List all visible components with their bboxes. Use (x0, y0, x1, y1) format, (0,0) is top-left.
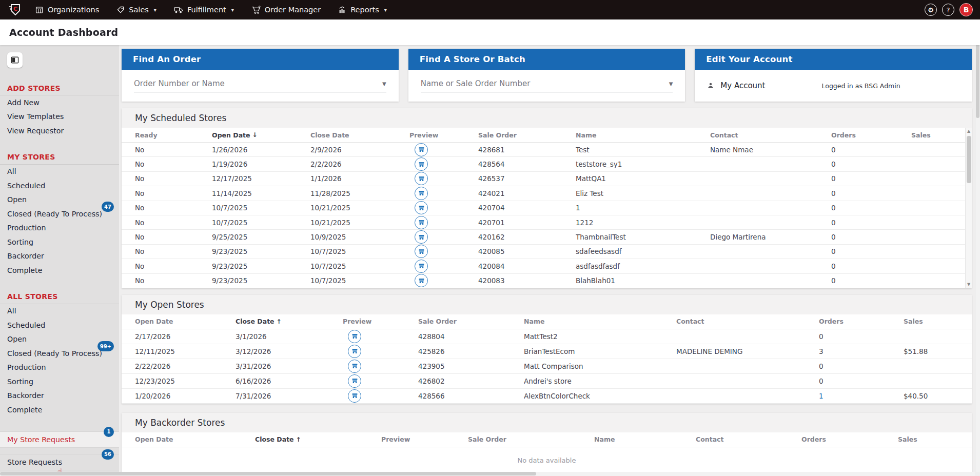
table-row[interactable]: No 9/23/2025 10/7/2025 420083 BlahBlah01… (122, 274, 972, 288)
column-header[interactable]: Name (576, 131, 710, 139)
table-row[interactable]: No 12/17/2025 1/1/2026 426537 MattQA1 0 (122, 172, 972, 186)
sidebar-item[interactable]: Backorder (0, 389, 119, 403)
cell-orders: 0 (831, 204, 911, 212)
column-header-label: Orders (801, 435, 826, 443)
column-header[interactable]: Name (594, 435, 696, 443)
table-row[interactable]: 12/11/2025 3/12/2026 425826 BrianTestEco… (122, 344, 972, 359)
store-preview-icon[interactable] (415, 274, 428, 287)
store-preview-icon[interactable] (415, 245, 428, 258)
cell-open-date: 2/17/2026 (135, 332, 236, 341)
column-header[interactable]: Ready (135, 131, 212, 139)
store-preview-icon[interactable] (415, 216, 428, 229)
sidebar-item[interactable]: Scheduled (0, 318, 119, 332)
column-header[interactable]: Open Date ↓ (212, 131, 310, 139)
column-header[interactable]: Sales (904, 318, 972, 325)
sidebar-item[interactable]: View Templates (0, 110, 119, 124)
sidebar-item[interactable]: My Store Requests 1 (0, 431, 119, 448)
vertical-scrollbar[interactable]: ▲ ▼ (965, 128, 972, 288)
column-header[interactable]: Orders (831, 131, 911, 139)
column-header[interactable]: Preview (343, 318, 418, 325)
sidebar-item[interactable]: Open (0, 193, 119, 207)
nav-reports[interactable]: Reports ▾ (338, 6, 387, 14)
column-header[interactable]: Close Date (310, 131, 409, 139)
sidebar-collapse-button[interactable] (7, 52, 23, 68)
app-logo-shield-icon[interactable]: C (7, 2, 23, 17)
table-row[interactable]: No 9/23/2025 10/7/2025 420084 asdfasdfas… (122, 259, 972, 273)
sidebar-item[interactable]: Scheduled (0, 179, 119, 193)
store-preview-icon[interactable] (348, 330, 361, 343)
column-header[interactable]: Name (524, 318, 676, 325)
sidebar-item[interactable]: Production (0, 361, 119, 375)
table-row[interactable]: 12/23/2025 6/16/2026 426802 Andrei's sto… (122, 374, 972, 389)
table-row[interactable]: No 1/19/2026 2/2/2026 428564 teststore_s… (122, 157, 972, 171)
sidebar-item[interactable]: Complete (0, 263, 119, 277)
sidebar-item[interactable]: Sorting (0, 374, 119, 389)
column-header[interactable]: Open Date (135, 435, 255, 443)
column-header[interactable]: Sale Order (418, 318, 524, 325)
store-preview-icon[interactable] (415, 143, 428, 156)
column-header[interactable]: Orders (801, 435, 898, 443)
column-header[interactable]: Sale Order (468, 435, 594, 443)
store-preview-icon[interactable] (415, 172, 428, 185)
settings-button[interactable]: ⚙ (925, 4, 937, 16)
scroll-down-arrow-icon[interactable]: ▼ (967, 281, 970, 288)
store-preview-icon[interactable] (415, 157, 428, 171)
table-row[interactable]: 2/22/2026 3/31/2026 423905 Matt Comparis… (122, 359, 972, 374)
table-row[interactable]: 2/17/2026 3/1/2026 428804 MattTest2 0 (122, 329, 972, 344)
column-header[interactable]: Close Date ↑ (255, 435, 381, 443)
scrollbar-thumb[interactable] (967, 136, 971, 183)
scrollbar-thumb[interactable] (0, 472, 536, 475)
nav-organizations[interactable]: Organizations (35, 6, 99, 14)
sidebar-item[interactable]: Backorder (0, 249, 119, 264)
store-preview-icon[interactable] (415, 201, 428, 214)
sidebar-item[interactable]: Complete (0, 403, 119, 417)
page-vertical-scrollbar[interactable] (975, 19, 980, 472)
table-row[interactable]: No 1/26/2026 2/9/2026 428681 Test Name N… (122, 143, 972, 157)
sidebar-item[interactable]: Sorting (0, 235, 119, 249)
store-preview-icon[interactable] (348, 374, 361, 388)
my-account-link[interactable]: My Account (707, 81, 765, 90)
sidebar-item[interactable]: All (0, 165, 119, 179)
column-header[interactable]: Orders (819, 318, 904, 325)
store-preview-icon[interactable] (415, 187, 428, 200)
column-header-label: Sale Order (418, 318, 457, 325)
sidebar-item[interactable]: Production (0, 221, 119, 235)
table-row[interactable]: No 9/23/2025 10/7/2025 420085 sdafeedsas… (122, 245, 972, 259)
sidebar-item[interactable]: Store Requests 56 (0, 454, 119, 470)
column-header[interactable]: Preview (381, 435, 468, 443)
store-preview-icon[interactable] (415, 230, 428, 244)
table-row[interactable]: No 9/25/2025 10/9/2025 420162 ThambnailT… (122, 230, 972, 244)
sidebar-item[interactable]: Add New (0, 95, 119, 110)
column-header[interactable]: Preview (409, 131, 478, 139)
nav-fulfillment[interactable]: Fulfillment ▾ (174, 6, 234, 14)
sidebar-item[interactable]: View Requestor (0, 124, 119, 138)
help-button[interactable]: ? (942, 4, 954, 16)
column-header[interactable]: Sales (911, 131, 972, 139)
store-preview-icon[interactable] (348, 345, 361, 358)
cell-contact: Name Nmae (710, 146, 831, 154)
store-search-select[interactable]: Name or Sale Order Number ▼ (421, 79, 673, 92)
column-header[interactable]: Contact (676, 318, 819, 325)
table-row[interactable]: No 10/7/2025 10/21/2025 420701 1212 0 (122, 215, 972, 230)
order-search-select[interactable]: Order Number or Name ▼ (134, 79, 386, 92)
store-preview-icon[interactable] (348, 389, 361, 403)
store-preview-icon[interactable] (348, 360, 361, 373)
store-preview-icon[interactable] (415, 260, 428, 273)
nav-order-manager[interactable]: Order Manager (251, 6, 321, 14)
page-horizontal-scrollbar[interactable] (0, 472, 975, 476)
sidebar-item[interactable]: All (0, 304, 119, 319)
nav-sales[interactable]: Sales ▾ (116, 6, 156, 14)
column-header[interactable]: Open Date (135, 318, 236, 325)
column-header[interactable]: Sales (898, 435, 972, 443)
table-row[interactable]: 1/20/2026 7/31/2026 428566 AlexBtnColorC… (122, 389, 972, 404)
table-row[interactable]: No 10/7/2025 10/21/2025 420704 1 0 (122, 201, 972, 215)
sidebar-item[interactable]: Closed (Ready To Process) 99+ (0, 346, 119, 361)
column-header[interactable]: Close Date ↑ (236, 318, 343, 325)
table-row[interactable]: No 11/14/2025 11/28/2025 424021 Eliz Tes… (122, 186, 972, 201)
column-header[interactable]: Contact (710, 131, 831, 139)
scroll-up-arrow-icon[interactable]: ▲ (967, 128, 970, 135)
user-avatar[interactable]: B (959, 3, 973, 16)
column-header[interactable]: Sale Order (478, 131, 576, 139)
sidebar-item[interactable]: Closed (Ready To Process) 47 (0, 207, 119, 221)
column-header[interactable]: Contact (696, 435, 801, 443)
